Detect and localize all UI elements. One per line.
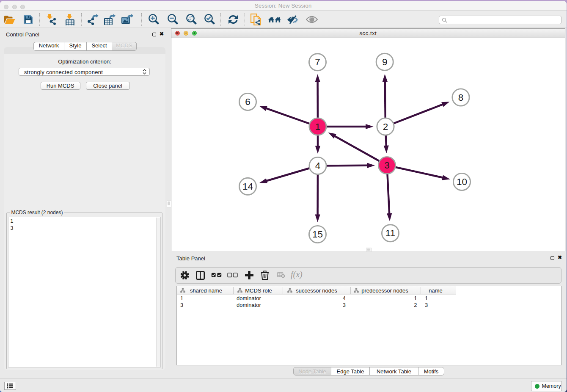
svg-text:6: 6	[245, 97, 250, 107]
svg-text:2: 2	[383, 121, 388, 132]
svg-text:9: 9	[382, 57, 388, 67]
svg-text:15: 15	[312, 229, 323, 240]
svg-text:11: 11	[385, 228, 395, 238]
svg-text:1: 1	[315, 121, 321, 132]
svg-text:7: 7	[315, 57, 320, 67]
svg-text:3: 3	[384, 160, 390, 171]
svg-text:10: 10	[457, 177, 467, 187]
svg-text:4: 4	[315, 160, 321, 171]
svg-text:14: 14	[242, 181, 253, 192]
svg-text:8: 8	[458, 92, 464, 103]
